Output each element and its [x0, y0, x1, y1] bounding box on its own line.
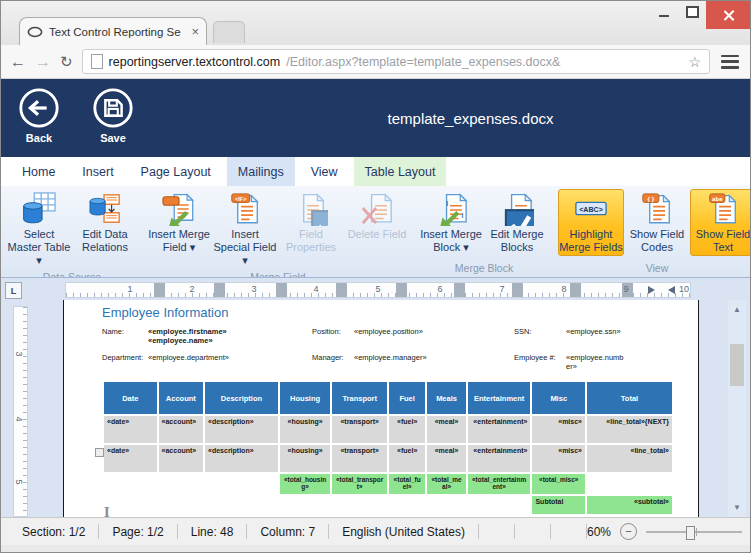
tab-table-layout[interactable]: Table Layout	[354, 157, 447, 186]
tab-view[interactable]: View	[300, 157, 349, 186]
edit-merge-blocks-button[interactable]: Edit Merge Blocks	[484, 189, 550, 256]
ruler-column-marker[interactable]	[512, 283, 523, 297]
header-cell[interactable]: Fuel	[389, 382, 425, 414]
document-page[interactable]: Employee Information Name: «employee.fir…	[63, 300, 699, 517]
scrollbar-thumb[interactable]	[730, 344, 744, 386]
scroll-down-icon[interactable]: ▼	[728, 501, 746, 514]
cell-line-total[interactable]: «line_total»{NEXT}	[587, 416, 672, 443]
cell-merge-field[interactable]: «meal»	[427, 445, 465, 472]
vertical-scrollbar[interactable]: ▲ ▼	[728, 300, 746, 517]
cell-subtotal-label[interactable]: Subtotal	[532, 496, 585, 514]
cell-empty[interactable]	[104, 474, 157, 494]
window-maximize-button[interactable]	[678, 1, 706, 23]
select-master-table-button[interactable]: Select Master Table ▾	[6, 189, 72, 269]
ruler-column-marker[interactable]	[336, 283, 347, 297]
cell-merge-field[interactable]: «date»	[104, 416, 157, 443]
horizontal-ruler[interactable]: 1 2 3 4 5 6 7 8 9 10	[65, 282, 691, 298]
cell-merge-field[interactable]: «housing»	[280, 445, 331, 472]
header-cell[interactable]: Transport	[332, 382, 387, 414]
cell-merge-field[interactable]: «misc»	[532, 445, 585, 472]
position-merge-field[interactable]: «employee.position»	[354, 327, 514, 336]
highlight-merge-fields-button[interactable]: <ABC> Highlight Merge Fields	[558, 189, 624, 256]
cell-total-field[interactable]: «total_transport»	[332, 474, 387, 494]
name-merge-field[interactable]: «employee.firstname» «employee.name»	[148, 327, 260, 345]
show-field-text-button[interactable]: abe Show Field Text	[690, 189, 750, 256]
browser-forward-icon[interactable]: →	[35, 54, 51, 70]
cell-merge-field[interactable]: «description»	[205, 416, 278, 443]
cell-empty[interactable]	[468, 496, 531, 514]
cell-merge-field[interactable]: «misc»	[532, 416, 585, 443]
cell-merge-field[interactable]: «account»	[159, 416, 203, 443]
cell-merge-field[interactable]: «transport»	[332, 445, 387, 472]
back-button[interactable]: Back	[14, 86, 64, 144]
header-cell[interactable]: Description	[205, 382, 278, 414]
save-button[interactable]: Save	[88, 86, 138, 144]
cell-subtotal-field[interactable]: «subtotal»	[587, 496, 672, 514]
edit-data-relations-button[interactable]: Edit Data Relations	[72, 189, 138, 256]
ruler-column-marker[interactable]	[214, 283, 225, 297]
zoom-slider[interactable]	[646, 531, 742, 533]
cell-empty[interactable]	[205, 496, 278, 514]
cell-empty[interactable]	[389, 496, 425, 514]
cell-total-field[interactable]: «total_meal»	[427, 474, 465, 494]
window-minimize-button[interactable]	[650, 1, 678, 23]
ssn-merge-field[interactable]: «employee.ssn»	[566, 327, 652, 336]
show-field-codes-button[interactable]: { } Show Field Codes	[624, 189, 690, 256]
browser-reload-icon[interactable]: ↻	[60, 54, 73, 69]
header-cell[interactable]: Total	[587, 382, 672, 414]
vertical-ruler[interactable]: 3 4 5	[13, 306, 28, 517]
cell-total-field[interactable]: «total_entertainment»	[468, 474, 531, 494]
header-cell[interactable]: Misc	[532, 382, 585, 414]
delete-field-button[interactable]: Delete Field	[344, 189, 410, 243]
cell-total-field[interactable]: «total_misc»	[532, 474, 585, 494]
tab-mailings[interactable]: Mailings	[227, 157, 295, 186]
ruler-column-marker[interactable]	[276, 283, 287, 297]
header-cell[interactable]: Date	[104, 382, 157, 414]
url-bar[interactable]: reportingserver.textcontrol.com /Editor.…	[82, 49, 710, 74]
cell-merge-field[interactable]: «fuel»	[389, 416, 425, 443]
cell-merge-field[interactable]: «description»	[205, 445, 278, 472]
cell-total-field[interactable]: «total_fuel»	[389, 474, 425, 494]
insert-merge-field-button[interactable]: Insert Merge Field ▾	[146, 189, 212, 256]
ruler-indent-marker[interactable]	[668, 286, 675, 294]
cell-empty[interactable]	[205, 474, 278, 494]
expense-table[interactable]: Date Account Description Housing Transpo…	[102, 380, 674, 516]
tab-close-icon[interactable]: ×	[191, 25, 199, 38]
cell-merge-field[interactable]: «account»	[159, 445, 203, 472]
cell-selection-handle[interactable]	[95, 448, 104, 457]
ruler-indent-marker[interactable]	[648, 286, 655, 294]
insert-special-field-button[interactable]: <IF> Insert Special Field ▾	[212, 189, 278, 269]
ruler-column-marker[interactable]	[454, 283, 465, 297]
ruler-tab-selector[interactable]: L	[5, 282, 22, 299]
cell-empty[interactable]	[332, 496, 387, 514]
zoom-out-button[interactable]: −	[620, 523, 637, 540]
cell-merge-field[interactable]: «meal»	[427, 416, 465, 443]
header-cell[interactable]: Account	[159, 382, 203, 414]
cell-merge-field[interactable]: «entertainment»	[468, 416, 531, 443]
cell-empty[interactable]	[104, 496, 157, 514]
tab-home[interactable]: Home	[11, 157, 66, 186]
header-cell[interactable]: Housing	[280, 382, 331, 414]
cell-empty[interactable]	[427, 496, 465, 514]
cell-empty[interactable]	[159, 496, 203, 514]
browser-tab[interactable]: Text Control Reporting Se ×	[19, 17, 207, 45]
tab-insert[interactable]: Insert	[71, 157, 124, 186]
manager-merge-field[interactable]: «employee.manager»	[354, 353, 514, 362]
cell-empty[interactable]	[587, 474, 672, 494]
new-tab-button[interactable]	[213, 21, 245, 43]
header-cell[interactable]: Meals	[427, 382, 465, 414]
bookmark-star-icon[interactable]: ☆	[688, 54, 701, 70]
tab-page-layout[interactable]: Page Layout	[130, 157, 222, 186]
ruler-column-marker[interactable]	[396, 283, 407, 297]
employee-number-merge-field[interactable]: «employee.number»	[566, 353, 624, 371]
cell-merge-field[interactable]: «fuel»	[389, 445, 425, 472]
scroll-up-icon[interactable]: ▲	[728, 303, 746, 316]
header-cell[interactable]: Entertainment	[468, 382, 531, 414]
cell-merge-field[interactable]: «transport»	[332, 416, 387, 443]
department-merge-field[interactable]: «employee.department»	[148, 353, 312, 362]
ruler-column-marker[interactable]	[570, 283, 581, 297]
cell-total-field[interactable]: «total_housing»	[280, 474, 331, 494]
window-close-button[interactable]	[706, 1, 750, 29]
browser-back-icon[interactable]: ←	[10, 54, 26, 70]
cell-empty[interactable]	[159, 474, 203, 494]
